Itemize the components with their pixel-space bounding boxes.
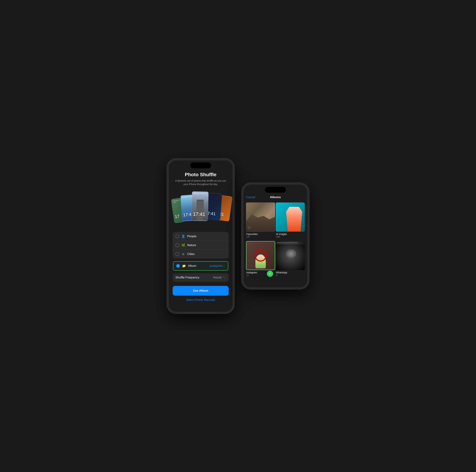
radio-album[interactable] <box>176 264 180 268</box>
people-label: People <box>187 235 226 238</box>
select-manually-link[interactable]: Select Photos Manually <box>186 298 215 303</box>
album-thumb-favourites: ♡ <box>246 202 275 232</box>
albums-title: Albums <box>270 196 281 199</box>
option-people[interactable]: 👤 People <box>173 232 229 241</box>
album-count-favourites: 197 <box>246 236 275 238</box>
album-thumb-instagram <box>246 241 275 270</box>
cities-label: Cities <box>187 252 226 256</box>
album-name-whatsapp: WhatsApp <box>276 271 305 274</box>
album-label: Album <box>188 264 207 268</box>
album-value: Instagram... <box>209 264 225 268</box>
album-instagram[interactable]: Instagram 11 <box>246 241 275 279</box>
cancel-button[interactable]: Cancel <box>246 196 255 199</box>
album-icon: 📁 <box>182 264 186 268</box>
option-cities[interactable]: ⊞ Cities <box>173 250 229 258</box>
heart-icon: ♡ <box>248 226 251 230</box>
album-ai-images[interactable]: AI images 448 <box>276 202 305 240</box>
album-count-ai: 448 <box>276 236 305 238</box>
albums-grid: ♡ Favourites 197 AI images 448 <box>246 202 305 279</box>
album-favourites[interactable]: ♡ Favourites 197 <box>246 202 275 240</box>
people-icon: 👤 <box>181 235 185 238</box>
album-thumb-ai <box>276 202 305 232</box>
options-list: 👤 People 🌿 Nature ⊞ Cities <box>173 232 229 258</box>
use-album-button[interactable]: Use Album <box>173 286 229 296</box>
shuffle-value: Hourly ⌃⌄ <box>213 276 226 279</box>
album-thumb-whatsapp: 25GE622B Lang Anna Victoria OB 67A <box>276 241 305 270</box>
nature-icon: 🌿 <box>181 243 185 247</box>
cities-icon: ⊞ <box>181 253 185 255</box>
radio-cities[interactable] <box>175 252 179 256</box>
selected-ring <box>246 241 275 270</box>
right-phone: Cancel Albums ♡ Favourites 197 <box>241 183 309 289</box>
page-subtitle: A dynamic set of photos that shuffle as … <box>173 179 229 186</box>
shuffle-frequency-row[interactable]: Shuffle Frequency Hourly ⌃⌄ <box>173 273 229 282</box>
dynamic-island <box>190 163 211 169</box>
nature-label: Nature <box>187 243 226 247</box>
option-album[interactable]: 📁 Album Instagram... <box>173 261 228 270</box>
radio-people[interactable] <box>175 235 179 238</box>
albums-header: Cancel Albums <box>246 193 305 202</box>
option-nature[interactable]: 🌿 Nature <box>173 241 229 250</box>
left-phone: Photo Shuffle A dynamic set of photos th… <box>167 158 235 314</box>
album-whatsapp[interactable]: 25GE622B Lang Anna Victoria OB 67A Whats… <box>276 241 305 279</box>
photo-collage: Tuesday, 9 Janu 17 Tuesday, 9 Janu 17:4 … <box>173 190 229 228</box>
album-name-ai: AI images <box>276 233 305 236</box>
chevron-icon: ⌃⌄ <box>222 276 226 279</box>
radio-nature[interactable] <box>175 243 179 247</box>
album-name-favourites: Favourites <box>246 233 275 236</box>
album-count-whatsapp: 9 <box>276 274 305 276</box>
page-title: Photo Shuffle <box>185 172 217 177</box>
shuffle-label: Shuffle Frequency <box>175 276 199 279</box>
collage-card-3: Tuesday, 9 January 17:41 <box>192 191 209 221</box>
selected-checkmark <box>267 270 273 277</box>
dynamic-island-right <box>265 187 286 193</box>
